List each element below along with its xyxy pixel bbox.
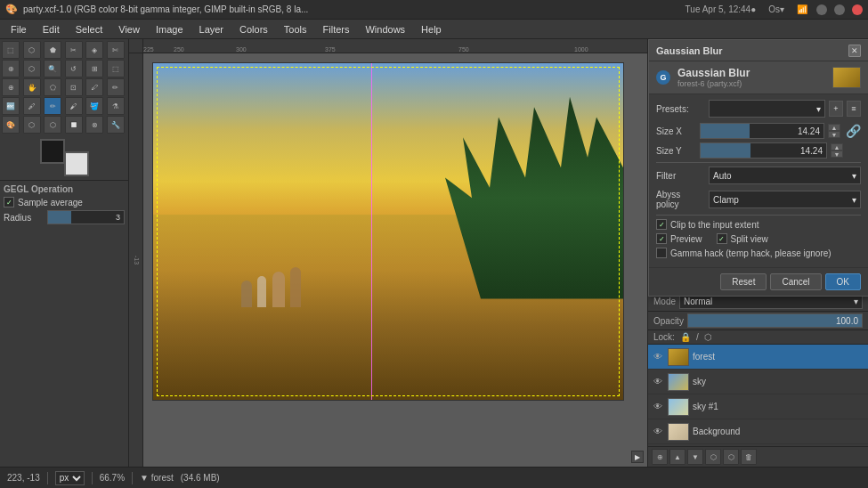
unit-selector[interactable]: px — [55, 471, 85, 485]
layer-raise[interactable]: ▲ — [669, 449, 685, 465]
tool-desaturate[interactable]: ⊗ — [85, 116, 103, 134]
layer-delete[interactable]: 🗑 — [741, 449, 757, 465]
tool-rotate[interactable]: ↺ — [65, 60, 83, 77]
close-button[interactable] — [852, 4, 863, 15]
layer-name-background: Background — [693, 427, 864, 436]
size-y-down[interactable]: ▼ — [831, 150, 843, 158]
tool-airbrush[interactable]: 🖌 — [65, 97, 83, 115]
menu-image[interactable]: Image — [149, 22, 191, 37]
tool-move[interactable]: ⊕ — [2, 60, 20, 77]
tool-scale[interactable]: ⊞ — [85, 60, 103, 77]
radius-label: Radius — [4, 213, 44, 223]
tool-pencil[interactable]: ✏ — [44, 97, 61, 115]
preview-checkbox[interactable]: ✓ — [656, 233, 667, 244]
filter-dropdown[interactable]: Auto ▾ — [709, 167, 861, 184]
tool-cage-transform[interactable]: ⬠ — [44, 78, 61, 96]
lock-pixels-icon[interactable]: 🔒 — [680, 332, 691, 342]
tool-shear[interactable]: ⬚ — [107, 60, 125, 77]
layer-new[interactable]: ⊕ — [652, 449, 668, 465]
split-view-checkbox[interactable]: ✓ — [717, 233, 727, 244]
tool-free-select[interactable]: ⬟ — [44, 41, 61, 59]
presets-dropdown[interactable]: ▾ — [709, 100, 825, 118]
reset-button[interactable]: Reset — [720, 273, 767, 290]
layer-visibility-background[interactable]: 👁 — [652, 426, 664, 438]
canvas-viewport[interactable]: ▶ — [143, 53, 647, 467]
opacity-row: Opacity 100.0 — [648, 312, 868, 330]
menu-edit[interactable]: Edit — [36, 22, 67, 37]
tool-clone[interactable]: ⚗ — [107, 97, 125, 115]
sample-average-checkbox[interactable]: ✓ — [4, 197, 14, 207]
layer-item-sky1[interactable]: 👁 sky #1 — [648, 394, 868, 419]
menu-file[interactable]: File — [4, 22, 34, 37]
abyss-dropdown[interactable]: Clamp ▾ — [709, 191, 861, 208]
size-y-fill — [701, 143, 750, 158]
size-x-up[interactable]: ▲ — [828, 124, 840, 131]
tool-scissors[interactable]: ✄ — [107, 41, 125, 59]
layer-item-sky[interactable]: 👁 sky — [648, 370, 868, 394]
link-xy-icon[interactable]: 🔗 — [846, 124, 861, 138]
layer-thumb-sky — [668, 373, 689, 391]
layer-visibility-sky1[interactable]: 👁 — [652, 401, 664, 413]
tool-smudge[interactable]: 🎨 — [2, 116, 20, 134]
presets-arrow: ▾ — [816, 104, 821, 114]
layer-duplicate[interactable]: ⬡ — [705, 449, 721, 465]
tool-handle-transform[interactable]: ✏ — [107, 78, 125, 96]
lock-row: Lock: 🔒 / ⬡ — [648, 330, 868, 345]
menu-view[interactable]: View — [111, 22, 147, 37]
menu-select[interactable]: Select — [69, 22, 110, 37]
canvas-image[interactable] — [152, 62, 624, 401]
tool-text[interactable]: 🔤 — [2, 97, 20, 115]
presets-add[interactable]: + — [829, 101, 843, 117]
layer-item-forest[interactable]: 👁 forest — [648, 345, 868, 370]
cancel-button[interactable]: Cancel — [770, 273, 821, 290]
ok-button[interactable]: OK — [825, 273, 861, 290]
tool-ink[interactable]: 🪣 — [85, 97, 103, 115]
background-color-swatch[interactable] — [64, 151, 89, 176]
maximize-button[interactable] — [834, 4, 845, 15]
opacity-slider[interactable]: 100.0 — [687, 313, 863, 328]
presets-menu[interactable]: ≡ — [847, 101, 861, 117]
scroll-right[interactable]: ▶ — [631, 451, 644, 463]
menu-help[interactable]: Help — [414, 22, 449, 37]
status-filesize: (34.6 MB) — [181, 473, 220, 483]
tool-rect-select[interactable]: ⬚ — [2, 41, 20, 59]
menu-windows[interactable]: Windows — [358, 22, 412, 37]
tool-dodge-burn[interactable]: 🔲 — [65, 116, 83, 134]
tool-heal[interactable]: ⬡ — [23, 116, 41, 134]
lock-position-icon[interactable]: / — [696, 332, 699, 342]
tool-warp-transform[interactable]: ⊡ — [65, 78, 83, 96]
tool-unified-transform[interactable]: 🖊 — [85, 78, 103, 96]
menu-colors[interactable]: Colors — [232, 22, 275, 37]
size-x-down[interactable]: ▼ — [828, 131, 840, 138]
lock-alpha-icon[interactable]: ⬡ — [704, 332, 712, 342]
gamma-checkbox[interactable]: ✓ — [656, 248, 667, 258]
tool-ellipse-select[interactable]: ⬡ — [23, 41, 41, 59]
tool-perspective[interactable]: ⊕ — [2, 78, 20, 96]
separator-2 — [656, 215, 861, 216]
minimize-button[interactable] — [816, 4, 827, 15]
layer-anchor[interactable]: ⬡ — [723, 449, 739, 465]
tool-paintbrush[interactable]: 🖋 — [23, 97, 41, 115]
tool-color-picker[interactable]: 🔧 — [107, 116, 125, 134]
menu-filters[interactable]: Filters — [316, 22, 357, 37]
menu-layer[interactable]: Layer — [192, 22, 231, 37]
size-x-slider[interactable]: 14.24 — [700, 123, 824, 139]
size-y-up[interactable]: ▲ — [831, 143, 843, 150]
layer-name-forest: forest — [693, 352, 864, 362]
layer-visibility-forest[interactable]: 👁 — [652, 351, 664, 363]
size-y-slider[interactable]: 14.24 — [700, 142, 827, 159]
tool-select-by-color[interactable]: ◈ — [85, 41, 103, 59]
layer-visibility-sky[interactable]: 👁 — [652, 376, 664, 388]
radius-slider[interactable]: 3 — [47, 210, 125, 224]
layer-lower[interactable]: ▼ — [687, 449, 703, 465]
dialog-close-button[interactable]: ✕ — [848, 45, 861, 57]
foreground-color-swatch[interactable] — [40, 139, 65, 164]
tool-align[interactable]: ⬡ — [23, 60, 41, 77]
tool-flip[interactable]: 🖐 — [23, 78, 41, 96]
menu-tools[interactable]: Tools — [277, 22, 314, 37]
tool-erase[interactable]: ⬡ — [44, 116, 61, 134]
tool-crop[interactable]: 🔍 — [44, 60, 61, 77]
clip-checkbox[interactable]: ✓ — [656, 219, 667, 230]
tool-fuzzy-select[interactable]: ✂ — [65, 41, 83, 59]
layer-item-background[interactable]: 👁 Background — [648, 419, 868, 444]
